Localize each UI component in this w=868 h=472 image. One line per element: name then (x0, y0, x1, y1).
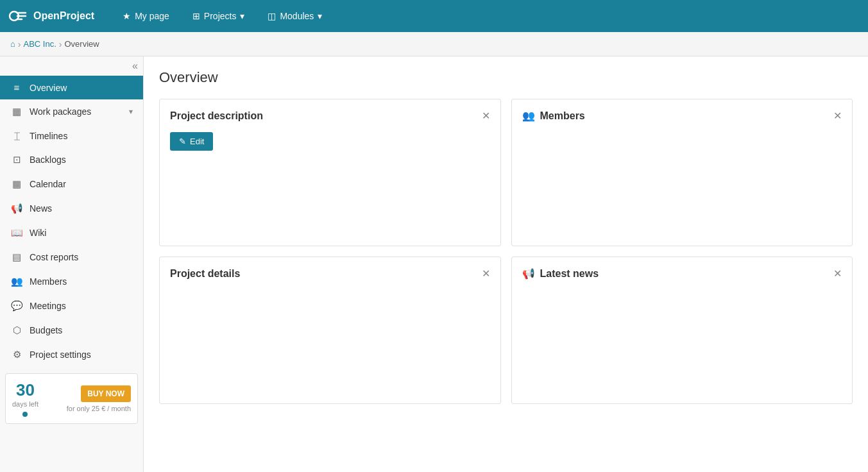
nav-projects[interactable]: ⊞ Projects ▾ (183, 6, 254, 26)
sidebar-item-overview[interactable]: ≡Overview (0, 76, 143, 99)
sidebar-item-work-packages[interactable]: ▦Work packages▾ (0, 99, 143, 124)
sidebar-item-project-settings[interactable]: ⚙Project settings (0, 342, 143, 367)
widget-header-members-widget: 👥Members✕ (522, 110, 842, 122)
widget-project-description: Project description✕✎Edit (159, 99, 501, 246)
breadcrumb-project[interactable]: ABC Inc. (24, 39, 56, 49)
widget-title-latest-news: 📢Latest news (522, 267, 599, 280)
edit-label: Edit (190, 137, 204, 146)
nav-items: ★ My page ⊞ Projects ▾ ◫ Modules ▾ (114, 6, 331, 26)
star-icon: ★ (123, 11, 131, 21)
sidebar-item-news[interactable]: 📢News (0, 196, 143, 221)
sidebar-item-calendar[interactable]: ▦Calendar (0, 172, 143, 196)
buy-now-button[interactable]: BUY NOW (81, 385, 131, 402)
sidebar-item-label-news: News (30, 203, 52, 214)
sidebar-item-budgets[interactable]: ⬡Budgets (0, 318, 143, 342)
widget-close-latest-news[interactable]: ✕ (833, 267, 842, 280)
top-navigation: OpenProject ★ My page ⊞ Projects ▾ ◫ Mod… (0, 0, 868, 32)
wiki-icon: 📖 (10, 227, 23, 239)
breadcrumb-home[interactable]: ⌂ (10, 39, 15, 49)
main-layout: « ≡Overview▦Work packages▾⌶Timelines⊡Bac… (0, 56, 868, 472)
nav-modules[interactable]: ◫ Modules ▾ (259, 6, 331, 26)
widget-header-latest-news: 📢Latest news✕ (522, 267, 842, 280)
module-icon: ◫ (268, 11, 276, 21)
cost-reports-icon: ▤ (10, 251, 23, 263)
widget-close-project-description[interactable]: ✕ (482, 110, 490, 122)
project-settings-icon: ⚙ (10, 349, 23, 360)
widget-title-project-description: Project description (170, 110, 263, 122)
widget-latest-news: 📢Latest news✕ (511, 257, 853, 404)
project-details-title-text: Project details (170, 268, 240, 280)
sidebar-item-wiki[interactable]: 📖Wiki (0, 221, 143, 245)
layers-icon: ⊞ (192, 11, 200, 21)
widgets-grid: Project description✕✎Edit👥Members✕Projec… (159, 99, 853, 404)
breadcrumb-current: Overview (65, 39, 99, 49)
sidebar-item-backlogs[interactable]: ⊡Backlogs (0, 148, 143, 172)
project-description-title-text: Project description (170, 110, 263, 122)
trial-banner: 30 days left BUY NOW for only 25 € / mon… (5, 373, 138, 424)
sidebar-item-members[interactable]: 👥Members (0, 269, 143, 294)
modules-chevron-icon: ▾ (318, 11, 322, 21)
app-name: OpenProject (33, 10, 94, 22)
members-widget-icon: 👥 (522, 110, 535, 122)
projects-chevron-icon: ▾ (240, 11, 244, 21)
widget-project-details: Project details✕ (159, 257, 501, 404)
trial-days: 30 (16, 380, 35, 400)
pencil-icon: ✎ (179, 137, 186, 146)
trial-info: 30 days left (12, 380, 38, 417)
members-widget-title-text: Members (540, 110, 585, 122)
app-logo[interactable]: OpenProject (8, 6, 94, 26)
work-packages-icon: ▦ (10, 106, 23, 117)
widget-close-members-widget[interactable]: ✕ (833, 110, 842, 122)
sidebar-collapse-btn[interactable]: « (0, 56, 143, 76)
widget-close-project-details[interactable]: ✕ (482, 267, 490, 280)
nav-mypage[interactable]: ★ My page (114, 6, 178, 26)
sidebar: « ≡Overview▦Work packages▾⌶Timelines⊡Bac… (0, 56, 144, 472)
widget-title-project-details: Project details (170, 268, 240, 280)
widget-title-members-widget: 👥Members (522, 110, 585, 122)
sidebar-item-label-budgets: Budgets (30, 325, 62, 335)
widget-header-project-details: Project details✕ (170, 267, 490, 280)
work-packages-expand-icon: ▾ (129, 107, 133, 116)
latest-news-icon: 📢 (522, 267, 535, 280)
sidebar-item-timelines[interactable]: ⌶Timelines (0, 124, 143, 148)
trial-days-label: days left (12, 400, 38, 408)
breadcrumb-project-name: ABC Inc. (24, 39, 56, 49)
latest-news-title-text: Latest news (540, 268, 599, 280)
sidebar-item-label-work-packages: Work packages (30, 106, 91, 117)
sidebar-item-label-calendar: Calendar (30, 179, 66, 189)
sidebar-items: ≡Overview▦Work packages▾⌶Timelines⊡Backl… (0, 76, 143, 367)
backlogs-icon: ⊡ (10, 154, 23, 165)
breadcrumb-current-label: Overview (65, 39, 99, 49)
news-icon: 📢 (10, 203, 23, 214)
logo-icon (8, 6, 28, 26)
sidebar-item-label-timelines: Timelines (30, 131, 67, 141)
breadcrumb-sep-1: › (18, 39, 21, 49)
home-icon: ⌂ (10, 39, 15, 49)
collapse-icon: « (132, 60, 138, 72)
page-title: Overview (159, 69, 853, 86)
sidebar-item-label-wiki: Wiki (30, 228, 46, 238)
sidebar-item-label-project-settings: Project settings (30, 350, 91, 360)
nav-mypage-label: My page (135, 11, 169, 21)
sidebar-item-cost-reports[interactable]: ▤Cost reports (0, 245, 143, 269)
timelines-icon: ⌶ (10, 130, 23, 141)
overview-icon: ≡ (10, 82, 23, 93)
budgets-icon: ⬡ (10, 324, 23, 336)
sidebar-item-label-meetings: Meetings (30, 301, 66, 311)
sidebar-item-label-cost-reports: Cost reports (30, 252, 78, 262)
sidebar-item-label-overview: Overview (30, 83, 67, 93)
sidebar-item-meetings[interactable]: 💬Meetings (0, 294, 143, 318)
widget-edit-btn-project-description[interactable]: ✎Edit (170, 132, 213, 151)
meetings-icon: 💬 (10, 300, 23, 312)
trial-dot (22, 412, 28, 417)
widget-header-project-description: Project description✕ (170, 110, 490, 122)
widget-members-widget: 👥Members✕ (511, 99, 853, 246)
calendar-icon: ▦ (10, 178, 23, 190)
nav-modules-label: Modules (280, 11, 314, 21)
content-area: Overview Project description✕✎Edit👥Membe… (144, 56, 868, 472)
breadcrumb-sep-2: › (59, 39, 62, 49)
sidebar-item-label-members: Members (30, 276, 67, 287)
sidebar-item-label-backlogs: Backlogs (30, 155, 66, 165)
members-icon: 👥 (10, 276, 23, 287)
trial-offer: for only 25 € / month (67, 405, 131, 412)
